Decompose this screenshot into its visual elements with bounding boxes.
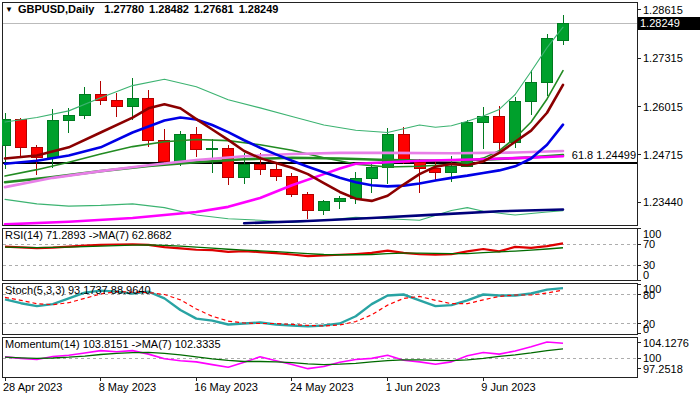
- x-axis-label: 1 Jun 2023: [386, 381, 440, 393]
- y-axis-label: 1.27315: [643, 52, 683, 64]
- stochastic-title: Stoch(5,3,3) 93.1737 88.9640: [5, 284, 151, 297]
- y-axis-label: 80: [643, 289, 655, 301]
- high-value: 1.28482: [149, 3, 189, 15]
- candle: [15, 119, 26, 147]
- chart-header: ▼GBPUSD,Daily1.277801.284821.276811.2824…: [5, 3, 283, 16]
- candle: [159, 141, 170, 162]
- candle: [510, 102, 521, 142]
- y-axis-label: 1.26015: [643, 101, 683, 113]
- x-axis-label: 8 May 2023: [99, 381, 156, 393]
- rsi-panel-series: [5, 243, 563, 256]
- candle: [175, 134, 186, 162]
- overlay-lines: [5, 27, 563, 224]
- rsi-panel-RSI(14): [5, 243, 563, 256]
- candle: [526, 83, 537, 102]
- candle: [334, 198, 345, 201]
- x-axis-label: 24 May 2023: [290, 381, 354, 393]
- band-lower: [5, 199, 563, 222]
- candle: [255, 164, 266, 169]
- candle: [143, 98, 154, 140]
- candle: [271, 170, 282, 177]
- ma-navy: [244, 209, 563, 223]
- close-value: 1.28249: [239, 3, 279, 15]
- candle: [398, 135, 409, 163]
- open-value: 1.27780: [104, 3, 144, 15]
- candle: [239, 164, 250, 177]
- fib-level-label: 61.8 1.24499: [572, 149, 636, 162]
- rsi-title: RSI(14) 71.2893 ->MA(7) 62.8682: [5, 229, 172, 242]
- y-axis-label: 0: [643, 323, 649, 335]
- y-axis-label: 1.28615: [643, 4, 683, 16]
- symbol-timeframe-label: GBPUSD,Daily: [18, 3, 94, 15]
- candle: [542, 38, 553, 83]
- y-axis-label: 0: [643, 269, 649, 281]
- candle: [223, 148, 234, 177]
- y-axis-label: 1.24715: [643, 149, 683, 161]
- y-axis-label: 97.2518: [643, 363, 683, 375]
- symbol-dropdown-icon[interactable]: ▼: [5, 3, 13, 16]
- candle: [207, 148, 218, 150]
- x-axis-label: 28 Apr 2023: [3, 381, 62, 393]
- candle: [446, 166, 457, 172]
- candle: [302, 194, 313, 211]
- candle: [111, 100, 122, 106]
- candle: [414, 162, 425, 168]
- y-axis-label: 1.23440: [643, 196, 683, 208]
- candle: [127, 98, 138, 106]
- momentum-panel-MA(7): [5, 349, 563, 365]
- chart-window: 1.286151.273151.260151.247151.2344010070…: [0, 0, 700, 400]
- x-axis-label: 16 May 2023: [194, 381, 258, 393]
- candle: [318, 202, 329, 211]
- candle: [366, 167, 377, 178]
- candle: [494, 117, 505, 142]
- y-axis-label: 104.1276: [643, 337, 689, 349]
- candle: [63, 115, 74, 120]
- y-axis-label: 70: [643, 238, 655, 250]
- low-value: 1.27681: [194, 3, 234, 15]
- current-price-tag[interactable]: 1.28249: [638, 17, 700, 30]
- candle: [0, 119, 11, 145]
- candle: [191, 134, 202, 149]
- x-axis-label: 9 Jun 2023: [481, 381, 535, 393]
- momentum-title: Momentum(14) 103.8151 ->MA(7) 102.3335: [5, 338, 221, 351]
- panel-border: [3, 3, 638, 226]
